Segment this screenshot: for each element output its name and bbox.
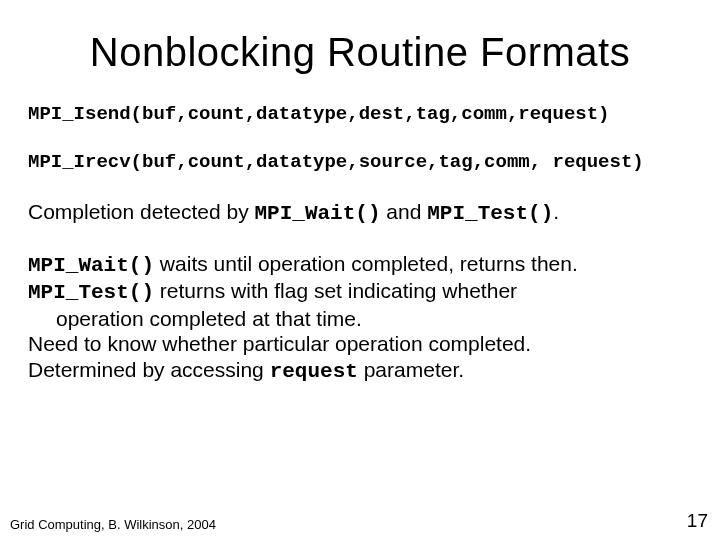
fn-mpi-wait: MPI_Wait() — [254, 202, 380, 225]
body-l5-suffix: parameter. — [358, 358, 464, 381]
fn-mpi-wait-2: MPI_Wait() — [28, 254, 154, 277]
fn-mpi-test: MPI_Test() — [427, 202, 553, 225]
footer-source: Grid Computing, B. Wilkinson, 2004 — [10, 517, 216, 532]
body-line-1: MPI_Wait() waits until operation complet… — [28, 251, 692, 279]
body-line-2: MPI_Test() returns with flag set indicat… — [28, 278, 692, 306]
completion-mid: and — [381, 200, 428, 223]
code-isend: MPI_Isend(buf,count,datatype,dest,tag,co… — [28, 103, 692, 125]
fn-mpi-test-2: MPI_Test() — [28, 281, 154, 304]
completion-paragraph: Completion detected by MPI_Wait() and MP… — [28, 199, 692, 227]
body-paragraph: MPI_Wait() waits until operation complet… — [28, 251, 692, 385]
code-irecv: MPI_Irecv(buf,count,datatype,source,tag,… — [28, 151, 692, 173]
completion-prefix: Completion detected by — [28, 200, 254, 223]
slide-title: Nonblocking Routine Formats — [28, 30, 692, 75]
body-l2-text: returns with flag set indicating whether — [154, 279, 517, 302]
completion-suffix: . — [553, 200, 559, 223]
slide: Nonblocking Routine Formats MPI_Isend(bu… — [0, 0, 720, 540]
body-line-3: operation completed at that time. — [28, 306, 692, 332]
body-l5-prefix: Determined by accessing — [28, 358, 270, 381]
body-line-4: Need to know whether particular operatio… — [28, 331, 692, 357]
slide-number: 17 — [687, 510, 708, 532]
param-request: request — [270, 360, 358, 383]
body-l1-text: waits until operation completed, returns… — [154, 252, 578, 275]
body-line-5: Determined by accessing request paramete… — [28, 357, 692, 385]
